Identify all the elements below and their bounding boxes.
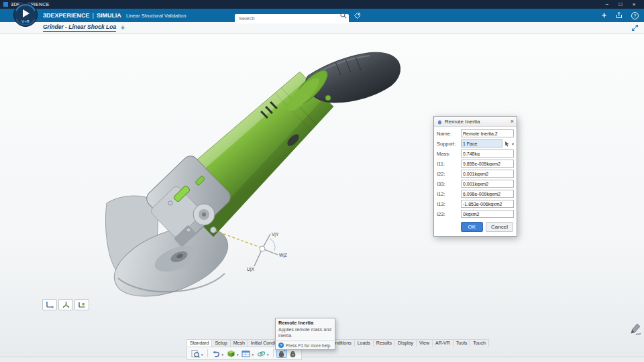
axis-move-tool-button[interactable] (42, 299, 57, 310)
support-label: Support: (437, 141, 459, 147)
tooltip-footer-text: Press F1 for more help. (286, 343, 331, 348)
i12-label: I12: (437, 191, 459, 197)
tag-icon[interactable] (354, 12, 361, 19)
rotate-view-button[interactable] (256, 349, 266, 358)
i33-input[interactable] (461, 180, 514, 188)
tab-grinder-linear-shock[interactable]: Grinder - Linear Shock Loa (43, 23, 116, 32)
share-icon[interactable] (615, 9, 623, 21)
ribbon-tab-tools[interactable]: Tools (453, 339, 470, 347)
view-cube-icon (227, 349, 235, 358)
axis-label-z: W|Z (279, 253, 287, 258)
help-icon[interactable]: ? (631, 12, 639, 19)
manipulator-robot[interactable]: V|Y W|Z U|X (247, 232, 287, 272)
table-views-button[interactable] (241, 349, 252, 358)
ribbon-tab-setup[interactable]: Setup (211, 339, 230, 347)
face-picker-icon[interactable] (504, 141, 510, 147)
document-tabbar: Grinder - Linear Shock Loa + (0, 22, 644, 34)
head-bolt-1 (168, 201, 172, 205)
ribbon-tab-loads[interactable]: Loads (354, 339, 374, 347)
support-dropdown-caret[interactable]: ▾ (512, 141, 514, 146)
tooltip-title: Remote Inertia (276, 318, 335, 326)
i11-input[interactable] (461, 160, 514, 168)
axis-anchor-icon (78, 301, 87, 308)
header-actions: + ? (602, 9, 639, 22)
close-button[interactable]: × (627, 0, 641, 9)
axis-label-x: U|X (247, 267, 254, 272)
i22-input[interactable] (461, 170, 514, 178)
app-icon (3, 2, 8, 7)
bearing-center (202, 213, 206, 217)
fullscreen-icon[interactable] (631, 24, 639, 32)
i23-label: I23: (437, 211, 459, 217)
dialog-titlebar[interactable]: Remote Inertia × (434, 117, 517, 127)
ribbon-tab-mesh[interactable]: Mesh (230, 339, 248, 347)
handle-screw (325, 95, 331, 101)
zoom-tool-button[interactable] (190, 349, 201, 358)
attachment-bolt[interactable] (211, 227, 217, 233)
ribbon-tab-touch[interactable]: Touch (470, 339, 489, 347)
ribbon-tab-display[interactable]: Display (394, 339, 417, 347)
i12-input[interactable] (461, 190, 514, 198)
grinder-model[interactable] (105, 52, 400, 310)
brand-product: SIMULIA (97, 12, 121, 19)
i13-label: I13: (437, 201, 459, 207)
action-bar-tabs: Standard Setup Mesh Initial Conditions A… (186, 338, 489, 347)
add-content-button[interactable]: + (602, 11, 606, 20)
maximize-button[interactable]: □ (614, 0, 627, 9)
remote-inertia-tooltip: Remote Inertia Applies remote mass and i… (275, 318, 335, 350)
ribbon-tab-ar-vr[interactable]: AR-VR (432, 339, 453, 347)
ok-button[interactable]: OK (461, 222, 484, 232)
rotate-view-caret[interactable]: ▾ (267, 353, 269, 357)
ribbon-separator (273, 349, 274, 357)
robot-snap-toolbar (42, 299, 89, 310)
ribbon-separator (207, 349, 208, 357)
search-icon[interactable] (340, 12, 347, 19)
head-bolt-2 (186, 228, 191, 232)
tooltip-help-icon: ? (278, 343, 284, 348)
window-controls: − □ × (600, 0, 641, 9)
minimize-button[interactable]: − (600, 0, 614, 9)
zoom-icon (191, 349, 200, 358)
axis-label-y: V|Y (272, 232, 279, 237)
mass-input[interactable] (461, 149, 514, 158)
undo-caret[interactable]: ▾ (222, 353, 224, 357)
tooltip-footer: ? Press F1 for more help. (276, 341, 335, 349)
name-input[interactable] (461, 129, 514, 137)
action-bar: Standard Setup Mesh Initial Conditions A… (186, 338, 489, 360)
table-views-caret[interactable]: ▾ (252, 353, 254, 357)
model-display-caret[interactable]: ▾ (237, 353, 239, 357)
mass-label: Mass: (437, 151, 459, 157)
sketch-pencil-icon[interactable] (628, 320, 643, 337)
model-display-button[interactable] (225, 349, 236, 358)
i13-input[interactable] (461, 200, 514, 208)
dialog-title: Remote Inertia (445, 119, 508, 125)
rotate-view-icon (257, 349, 266, 358)
name-label: Name: (437, 131, 459, 137)
compass-button[interactable]: V+R (13, 2, 38, 27)
tooltip-body: Applies remote mass and inertia. (276, 326, 335, 341)
dialog-close-icon[interactable]: × (511, 118, 514, 125)
undo-button[interactable] (211, 349, 221, 358)
ribbon-tab-view[interactable]: View (416, 339, 433, 347)
main-header: 3DEXPERIENCE | SIMULIA Linear Structural… (0, 9, 644, 22)
i33-label: I33: (437, 181, 459, 187)
ribbon-tab-standard[interactable]: Standard (186, 339, 212, 347)
i23-input[interactable] (461, 210, 514, 218)
3d-viewport[interactable]: V|Y W|Z U|X (0, 0, 644, 362)
axis-triad-tool-button[interactable] (58, 299, 73, 310)
support-input[interactable] (461, 139, 502, 147)
brand-separator: | (93, 12, 94, 19)
i11-label: I11: (437, 161, 459, 167)
new-tab-button[interactable]: + (121, 24, 125, 32)
axis-anchor-tool-button[interactable] (74, 299, 89, 310)
point-mass-icon (288, 349, 297, 358)
search-input[interactable] (235, 14, 349, 23)
ribbon-tab-results[interactable]: Results (373, 339, 395, 347)
robot-center-handle (260, 246, 265, 251)
brand-block: 3DEXPERIENCE | SIMULIA Linear Structural… (43, 9, 186, 22)
zoom-tool-caret[interactable]: ▾ (201, 353, 203, 357)
cancel-button[interactable]: Cancel (486, 222, 513, 232)
compass-vr-label: V+R (21, 19, 30, 23)
axis-move-icon (46, 301, 54, 308)
robot-rotation-arc (270, 239, 275, 251)
